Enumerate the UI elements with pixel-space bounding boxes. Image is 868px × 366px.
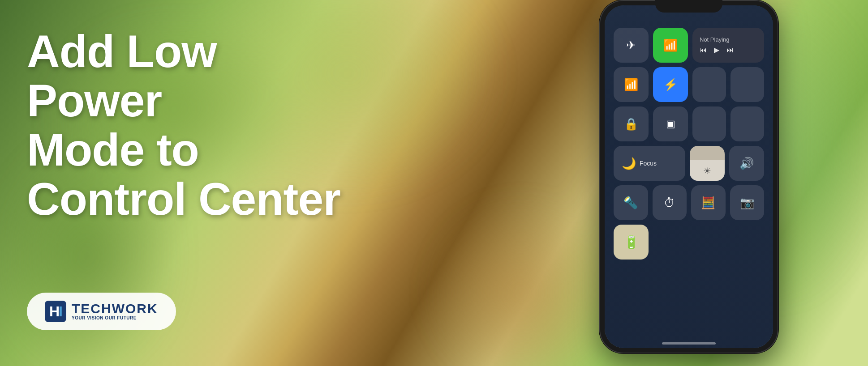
focus-label: Focus: [640, 160, 657, 167]
tile-focus[interactable]: 🌙 Focus: [614, 146, 685, 181]
volume-icon: 🔊: [739, 157, 754, 170]
fast-forward-icon[interactable]: ⏭: [726, 46, 734, 54]
rewind-icon[interactable]: ⏮: [700, 46, 707, 54]
tile-extra-3[interactable]: [692, 106, 726, 141]
wifi-icon: 📶: [624, 78, 638, 92]
tile-low-power-mode[interactable]: 🔋: [614, 225, 649, 260]
title-section: Add Low Power Mode to Control Center: [27, 27, 363, 224]
brightness-icon: ☀: [703, 166, 711, 176]
tile-volume[interactable]: 🔊: [729, 146, 764, 181]
tile-wifi[interactable]: 📶: [614, 67, 649, 102]
airplane-icon: ✈: [626, 38, 636, 52]
title-line-3: Control Center: [27, 174, 340, 225]
cc-row-3: 🔒 ▣: [614, 106, 764, 141]
title-line-2: Mode to: [27, 124, 199, 175]
tile-airplane-mode[interactable]: ✈: [614, 28, 649, 63]
title-line-1: Add Low Power: [27, 26, 217, 126]
tile-cellular[interactable]: 📶: [653, 28, 688, 63]
tile-extra-2[interactable]: [730, 67, 764, 102]
logo-hi-text: HI: [49, 304, 62, 319]
home-indicator: [662, 342, 716, 345]
logo-tagline: YOUR VISION OUR FUTURE: [72, 315, 158, 321]
logo-text-right: TECH WORK YOUR VISION OUR FUTURE: [72, 302, 158, 321]
logo-tech: TECH: [72, 302, 112, 315]
cc-row-icons: 🔦 ⏱ 🧮 📷: [614, 185, 764, 220]
now-playing-label: Not Playing: [700, 36, 729, 43]
phone-screen: ✈ 📶 Not Playing ⏮ ▶ ⏭: [605, 5, 773, 348]
tile-flashlight[interactable]: 🔦: [614, 185, 648, 220]
airplay-icon: ▣: [666, 118, 675, 130]
phone-notch: [655, 0, 722, 13]
battery-icon: 🔋: [623, 235, 639, 250]
tile-extra-4[interactable]: [730, 106, 764, 141]
calculator-icon: 🧮: [701, 196, 715, 210]
logo-area: HI TECH WORK YOUR VISION OUR FUTURE: [27, 293, 176, 330]
tile-extra-1[interactable]: [692, 67, 726, 102]
tile-screen-mirror[interactable]: ▣: [653, 106, 688, 141]
now-playing-controls: ⏮ ▶ ⏭: [700, 46, 734, 54]
timer-icon: ⏱: [664, 196, 675, 210]
tile-camera[interactable]: 📷: [730, 185, 765, 220]
cellular-icon: 📶: [663, 38, 678, 52]
tile-timer[interactable]: ⏱: [653, 185, 687, 220]
cc-row-battery: 🔋: [614, 225, 764, 260]
cc-row-1: ✈ 📶 Not Playing ⏮ ▶ ⏭: [614, 28, 764, 63]
cc-row-focus: 🌙 Focus ☀ 🔊: [614, 146, 764, 181]
main-title: Add Low Power Mode to Control Center: [27, 27, 363, 224]
bluetooth-icon: ⚡: [663, 78, 678, 92]
cc-row-2: 📶 ⚡: [614, 67, 764, 102]
phone-container: ✈ 📶 Not Playing ⏮ ▶ ⏭: [528, 0, 832, 366]
tile-orientation-lock[interactable]: 🔒: [614, 106, 649, 141]
tile-brightness[interactable]: ☀: [690, 146, 725, 181]
tile-now-playing[interactable]: Not Playing ⏮ ▶ ⏭: [692, 28, 764, 63]
flashlight-icon: 🔦: [623, 196, 638, 210]
camera-icon: 📷: [740, 196, 754, 210]
tile-calculator[interactable]: 🧮: [691, 185, 726, 220]
orientation-lock-icon: 🔒: [624, 117, 638, 131]
tile-bluetooth[interactable]: ⚡: [653, 67, 688, 102]
moon-icon: 🌙: [622, 157, 636, 170]
play-icon[interactable]: ▶: [714, 46, 719, 54]
control-center: ✈ 📶 Not Playing ⏮ ▶ ⏭: [605, 5, 773, 348]
phone-frame: ✈ 📶 Not Playing ⏮ ▶ ⏭: [599, 0, 778, 353]
logo-box: HI: [45, 301, 66, 322]
logo-work: WORK: [112, 302, 158, 315]
banner-container: Add Low Power Mode to Control Center HI …: [0, 0, 868, 366]
